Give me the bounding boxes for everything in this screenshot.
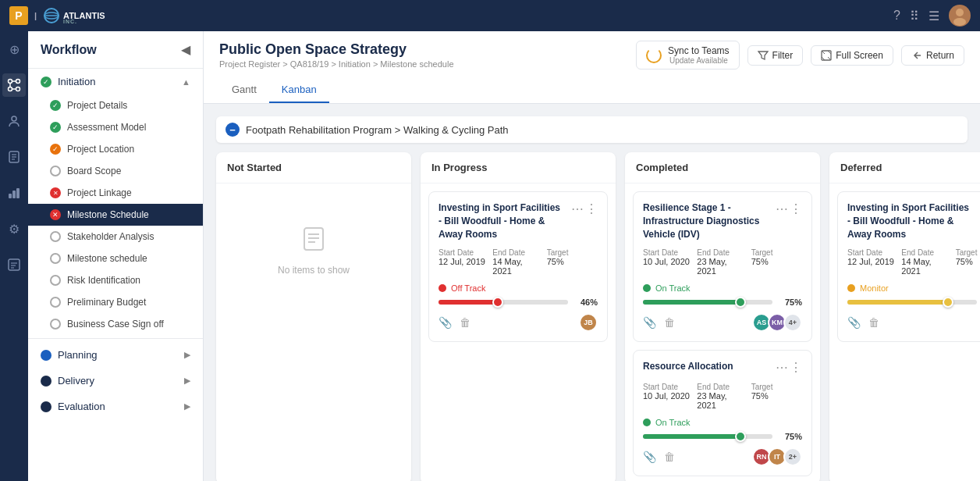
sidebar-item-assessment-model[interactable]: ✓ Assessment Model <box>28 116 203 138</box>
delete-icon[interactable]: 🗑 <box>664 451 675 463</box>
progress-thumb <box>943 297 953 308</box>
sidebar-home-icon[interactable]: ⊕ <box>2 37 26 61</box>
sidebar-chart-icon[interactable] <box>2 181 26 205</box>
column-deferred: Deferred Investing in Sport Facilities -… <box>829 152 980 481</box>
card-menu[interactable]: ⋯ ⋮ <box>776 201 802 216</box>
card-actions: 📎 🗑 <box>439 316 470 329</box>
sidebar-item-stakeholder-analysis[interactable]: Stakeholder Analysis <box>28 226 203 248</box>
attachment-icon[interactable]: 📎 <box>439 316 452 329</box>
card-menu-dots[interactable]: ⋯ <box>776 201 788 216</box>
sidebar-item-project-linkage[interactable]: ✕ Project Linkage <box>28 182 203 204</box>
card-menu-more[interactable]: ⋮ <box>585 201 598 216</box>
sync-icon <box>646 48 662 63</box>
card-header: Investing in Sport Facilities - Bill Woo… <box>439 201 598 241</box>
card-actions: 📎 🗑 <box>643 451 675 463</box>
delete-icon[interactable]: 🗑 <box>460 316 470 329</box>
start-date-group: Start Date 12 Jul, 2019 <box>847 248 898 276</box>
sidebar-docs-icon[interactable] <box>2 145 26 169</box>
content-area: Public Open Space Strategy Project Regis… <box>204 31 980 481</box>
phase-evaluation[interactable]: Evaluation ▶ <box>28 394 203 419</box>
card-menu[interactable]: ⋯ ⋮ <box>776 360 802 375</box>
target-group: Target 75% <box>751 383 802 410</box>
progress-row: 75% <box>643 432 802 441</box>
menu-icon[interactable]: ☰ <box>929 9 939 23</box>
phase-status-dot: ✓ <box>41 77 51 87</box>
progress-thumb <box>735 297 746 308</box>
card-menu-more[interactable]: ⋮ <box>790 201 802 216</box>
phase-delivery[interactable]: Delivery ▶ <box>28 368 203 394</box>
kanban-area: − Footpath Rehabilitation Program > Walk… <box>204 104 980 481</box>
progress-fill <box>439 300 498 305</box>
top-nav-actions: ? ⠿ ☰ <box>893 5 971 27</box>
card-header: Resilience Stage 1 - Infrastructure Diag… <box>643 201 802 241</box>
svg-text:INC.: INC. <box>63 19 77 24</box>
progress-fill <box>847 300 948 305</box>
help-icon[interactable]: ? <box>893 9 900 23</box>
attachment-icon[interactable]: 📎 <box>847 316 861 329</box>
collapse-button[interactable]: ◀ <box>181 42 190 57</box>
sidebar-item-business-case-signoff[interactable]: Business Case Sign off <box>28 313 203 335</box>
attachment-icon[interactable]: 📎 <box>643 316 656 329</box>
group-footpath[interactable]: − Footpath Rehabilitation Program > Walk… <box>216 116 968 143</box>
breadcrumb: Project Register > QA818/19 > Initiation… <box>219 59 454 69</box>
fullscreen-button[interactable]: Full Screen <box>811 45 893 66</box>
sidebar-item-project-location[interactable]: ✓ Project Location <box>28 138 203 160</box>
card-menu-dots[interactable]: ⋯ <box>571 201 584 216</box>
sidebar-item-milestone-schedule[interactable]: ✕ Milestone Schedule <box>28 204 203 226</box>
grid-icon[interactable]: ⠿ <box>910 9 919 23</box>
end-date-group: End Date 14 May, 2021 <box>492 248 543 276</box>
phase-status-dot <box>41 376 51 387</box>
sidebar-people-icon[interactable] <box>2 109 26 133</box>
status-label: Off Track <box>451 283 485 293</box>
card-dates: Start Date 12 Jul, 2019 End Date 14 May,… <box>439 248 598 276</box>
sidebar-item-preliminary-budget[interactable]: Preliminary Budget <box>28 291 203 313</box>
start-date-group: Start Date 10 Jul, 2020 <box>643 248 694 276</box>
target-group: Target 75% <box>751 248 802 276</box>
progress-bar <box>847 300 977 305</box>
sync-to-teams-button[interactable]: Sync to Teams Update Available <box>636 41 739 69</box>
empty-icon <box>300 225 328 258</box>
target-group: Target 75% <box>956 248 980 276</box>
progress-thumb <box>492 297 503 308</box>
return-button[interactable]: Return <box>901 45 964 66</box>
card-footer: 📎 🗑 AS KM 4+ <box>643 313 802 332</box>
phase-status-dot <box>41 401 51 412</box>
sidebar-workflow-icon[interactable] <box>2 73 26 97</box>
progress-bar <box>439 300 568 305</box>
end-date-group: End Date 14 May, 2021 <box>901 248 952 276</box>
svg-rect-19 <box>9 194 12 198</box>
sidebar-item-project-details[interactable]: ✓ Project Details <box>28 94 203 116</box>
card-menu-more[interactable]: ⋮ <box>790 360 802 375</box>
column-completed: Completed Resilience Stage 1 - Infrastru… <box>625 152 820 481</box>
app-logo[interactable]: P | ATLANTIS INC. <box>9 6 105 25</box>
phase-planning[interactable]: Planning ▶ <box>28 342 203 368</box>
phase-initiation[interactable]: ✓ Initiation ▲ <box>28 69 203 94</box>
sidebar-item-milestone-schedule2[interactable]: Milestone schedule <box>28 248 203 269</box>
delete-icon[interactable]: 🗑 <box>868 316 879 329</box>
card-menu-dots[interactable]: ⋯ <box>776 360 788 375</box>
sidebar-settings-icon[interactable]: ⚙ <box>2 217 26 241</box>
sidebar-item-board-scope[interactable]: Board Scope <box>28 160 203 182</box>
card-title: Investing in Sport Facilities - Bill Woo… <box>439 201 565 241</box>
phase-label: Initiation <box>58 76 176 87</box>
svg-point-7 <box>9 80 12 84</box>
card-avatars: AS KM 4+ <box>755 313 802 332</box>
tab-gantt[interactable]: Gantt <box>219 77 269 103</box>
attachment-icon[interactable]: 📎 <box>643 451 656 463</box>
status-dot <box>50 166 61 176</box>
sidebar-report-icon[interactable] <box>2 253 26 276</box>
card-menu[interactable]: ⋯ ⋮ <box>571 201 598 216</box>
sidebar-item-risk-identification[interactable]: Risk Identification <box>28 269 203 291</box>
card-title: Investing in Sport Facilities - Bill Woo… <box>847 201 974 241</box>
column-header-completed: Completed <box>625 152 820 183</box>
filter-button[interactable]: Filter <box>747 45 804 66</box>
progress-value: 75% <box>779 432 802 441</box>
status-indicator <box>847 284 855 292</box>
tab-kanban[interactable]: Kanban <box>269 77 329 103</box>
user-avatar[interactable] <box>949 5 971 27</box>
end-date-group: End Date 23 May, 2021 <box>697 383 747 410</box>
status-indicator <box>643 419 651 426</box>
svg-point-6 <box>953 18 966 26</box>
status-dot: ✓ <box>50 144 61 155</box>
delete-icon[interactable]: 🗑 <box>664 316 675 329</box>
